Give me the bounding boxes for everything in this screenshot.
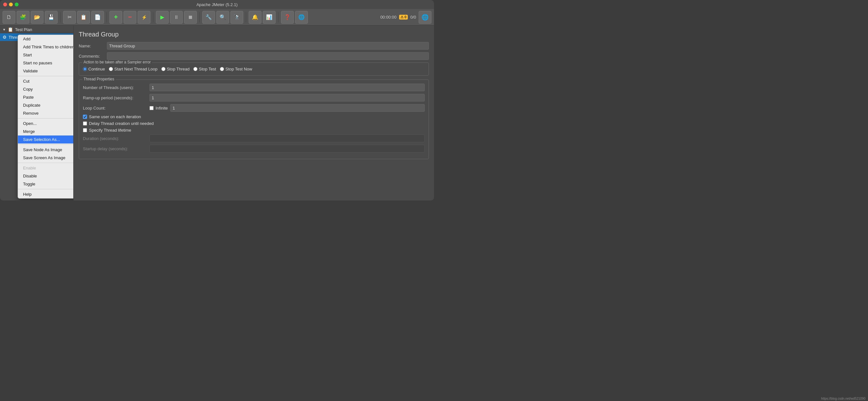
- comments-label: Comments:: [79, 54, 104, 59]
- cm-paste-label: Paste: [23, 95, 34, 99]
- cm-save-selection-as-label: Save Selection As...: [23, 137, 60, 142]
- sep1: [60, 12, 61, 22]
- templates-button[interactable]: 🧩: [17, 11, 29, 24]
- open-button[interactable]: 📂: [31, 11, 43, 24]
- delay-thread-checkbox[interactable]: [83, 121, 87, 125]
- cm-copy-label: Copy: [23, 87, 33, 92]
- copy-button[interactable]: 📋: [77, 11, 90, 24]
- cm-add[interactable]: Add ▶: [18, 35, 73, 43]
- specify-lifetime-checkbox[interactable]: [83, 128, 87, 132]
- warning-badge: ⚠ 0: [399, 15, 408, 20]
- same-user-checkbox[interactable]: [83, 115, 87, 119]
- shutdown-button[interactable]: ⏹: [184, 11, 197, 24]
- cm-disable-label: Disable: [23, 174, 37, 178]
- add-button[interactable]: +: [110, 11, 122, 24]
- cm-paste[interactable]: Paste ⌘V: [18, 93, 73, 101]
- tree-item-test-plan[interactable]: ▼ 📋 Test Plan: [0, 26, 73, 33]
- remove-button[interactable]: −: [124, 11, 136, 24]
- cm-add-think-times[interactable]: Add Think Times to children: [18, 43, 73, 51]
- radio-continue-label: Continue: [88, 67, 105, 71]
- maximize-button[interactable]: [15, 3, 19, 6]
- stop-button[interactable]: ⏸: [170, 11, 183, 24]
- paste-button[interactable]: 📄: [91, 11, 104, 24]
- traffic-lights: [3, 3, 19, 6]
- cm-start-no-pauses[interactable]: Start no pauses: [18, 59, 73, 67]
- cm-disable[interactable]: Disable: [18, 172, 73, 180]
- cm-duplicate[interactable]: Duplicate ⇧⌘C: [18, 101, 73, 109]
- app-title: Apache JMeter (5.2.1): [196, 2, 238, 7]
- radio-next-thread-loop-label: Start Next Thread Loop: [114, 67, 157, 71]
- radio-next-thread-loop-input[interactable]: [109, 67, 113, 71]
- thread-props-title: Thread Properties: [82, 77, 116, 81]
- save-button[interactable]: 💾: [45, 11, 58, 24]
- thread-group-icon: ⚙: [3, 35, 7, 40]
- radio-stop-thread[interactable]: Stop Thread: [161, 67, 189, 71]
- radio-stop-test-now[interactable]: Stop Test Now: [220, 67, 252, 71]
- cm-open[interactable]: Open...: [18, 119, 73, 127]
- loop-infinite-checkbox[interactable]: [150, 106, 154, 110]
- radio-stop-test-now-input[interactable]: [220, 67, 224, 71]
- radio-stop-test-input[interactable]: [193, 67, 197, 71]
- startup-delay-input: [150, 145, 425, 152]
- clear-button[interactable]: 🔧: [202, 11, 215, 24]
- log-button[interactable]: 🔔: [249, 11, 261, 24]
- cm-save-node-image[interactable]: Save Node As Image ⌘G: [18, 146, 73, 154]
- global-settings-button[interactable]: 🌐: [418, 11, 431, 24]
- thread-count: 0/0: [410, 15, 416, 20]
- cm-cut[interactable]: Cut ⌘X: [18, 77, 73, 85]
- cm-remove[interactable]: Remove ⌦: [18, 109, 73, 117]
- start-button[interactable]: ▶: [156, 11, 169, 24]
- start-nopause-button[interactable]: ⚡: [137, 11, 150, 24]
- cm-enable-label: Enable: [23, 166, 36, 170]
- same-user-row[interactable]: Same user on each iteration: [83, 114, 425, 119]
- thread-props-section: Thread Properties Number of Threads (use…: [79, 80, 429, 159]
- cm-sep2: [18, 118, 73, 118]
- name-input[interactable]: [107, 42, 429, 50]
- cm-copy[interactable]: Copy ⌘C: [18, 85, 73, 93]
- cm-add-think-times-label: Add Think Times to children: [23, 45, 73, 49]
- cm-sep5: [18, 189, 73, 189]
- radio-stop-thread-input[interactable]: [161, 67, 165, 71]
- sep5: [246, 12, 246, 22]
- minimize-button[interactable]: [9, 3, 13, 6]
- radio-continue[interactable]: Continue: [83, 67, 105, 71]
- radio-stop-test-now-label: Stop Test Now: [225, 67, 252, 71]
- sep2: [106, 12, 107, 22]
- cm-toggle[interactable]: Toggle ⌘T: [18, 180, 73, 188]
- remote-start-button[interactable]: 🔭: [230, 11, 243, 24]
- delay-thread-row[interactable]: Delay Thread creation until needed: [83, 121, 425, 126]
- cm-start[interactable]: Start: [18, 51, 73, 59]
- cm-save-selection-as[interactable]: Save Selection As...: [18, 136, 73, 143]
- num-threads-input[interactable]: [150, 84, 425, 91]
- cut-button[interactable]: ✂: [63, 11, 76, 24]
- timer-display: 00:00:00: [380, 15, 397, 20]
- comments-input[interactable]: [107, 52, 429, 60]
- comments-row: Comments:: [79, 52, 429, 60]
- radio-stop-test[interactable]: Stop Test: [193, 67, 216, 71]
- cm-remove-label: Remove: [23, 111, 38, 116]
- cm-save-screen-image[interactable]: Save Screen As Image ⇧⌘G: [18, 154, 73, 162]
- new-button[interactable]: 🗋: [3, 11, 16, 24]
- loop-infinite-label[interactable]: Infinite: [150, 106, 168, 111]
- radio-stop-test-label: Stop Test: [199, 67, 216, 71]
- radio-continue-input[interactable]: [83, 67, 87, 71]
- cm-merge[interactable]: Merge: [18, 127, 73, 136]
- rampup-input[interactable]: [150, 94, 425, 102]
- specify-lifetime-row[interactable]: Specify Thread lifetime: [83, 128, 425, 133]
- name-row: Name:: [79, 42, 429, 50]
- search-button[interactable]: 🔍: [216, 11, 229, 24]
- remote-button[interactable]: 🌐: [295, 11, 308, 24]
- cm-toggle-label: Toggle: [23, 181, 35, 187]
- help-button[interactable]: ❓: [281, 11, 294, 24]
- radio-next-thread-loop[interactable]: Start Next Thread Loop: [109, 67, 157, 71]
- cm-sep4: [18, 163, 73, 163]
- cm-duplicate-label: Duplicate: [23, 103, 40, 108]
- cm-validate[interactable]: Validate: [18, 67, 73, 75]
- close-button[interactable]: [3, 3, 7, 6]
- context-menu: Add ▶ Add Think Times to children Start …: [18, 35, 73, 199]
- cm-help[interactable]: Help: [18, 190, 73, 198]
- loop-count-input[interactable]: [170, 104, 425, 112]
- aggregate-button[interactable]: 📊: [263, 11, 276, 24]
- toolbar: 🗋 🧩 📂 💾 ✂ 📋 📄 + − ⚡ ▶ ⏸ ⏹ 🔧 🔍 🔭 🔔 📊 ❓ 🌐 …: [0, 9, 434, 26]
- num-threads-label: Number of Threads (users):: [83, 85, 147, 90]
